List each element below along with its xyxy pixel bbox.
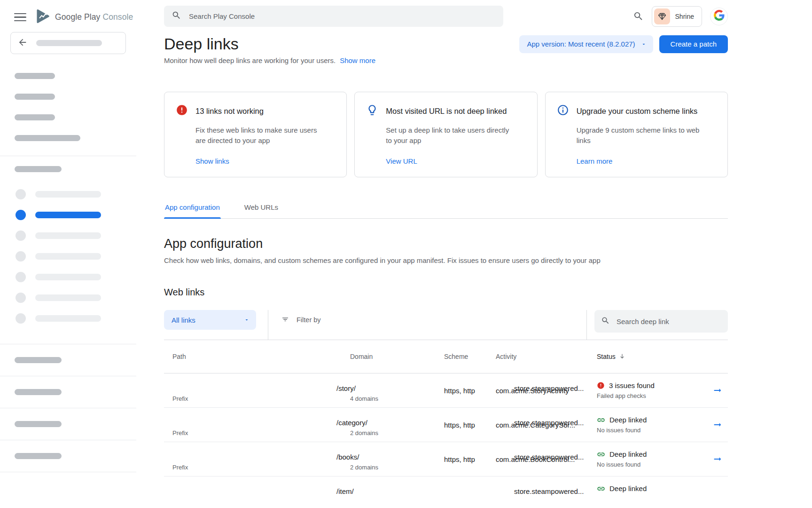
divider	[0, 472, 136, 472]
skeleton-bar	[15, 114, 55, 120]
app-version-dropdown[interactable]: App version: Most recent (8.2.027)	[519, 35, 653, 53]
row-arrow-icon[interactable]	[712, 454, 723, 464]
scheme-value: https, http	[444, 421, 496, 429]
activity-value: com.acme.StoryActivity	[496, 387, 597, 395]
sidebar-section-collapsed[interactable]	[0, 376, 136, 408]
skeleton-bar	[35, 232, 101, 239]
web-links-table: Path Domain Scheme Activity Status /stor…	[164, 340, 728, 508]
page-title: Deep links	[164, 35, 239, 53]
show-more-link[interactable]: Show more	[340, 56, 375, 64]
sidebar-nav	[0, 184, 136, 329]
sidebar-item[interactable]	[0, 267, 136, 287]
console-search[interactable]	[164, 6, 503, 27]
column-header-activity: Activity	[496, 353, 597, 360]
skeleton-bar	[36, 40, 102, 46]
deep-linked-icon	[597, 484, 605, 493]
sidebar-section-collapsed[interactable]	[0, 440, 136, 472]
table-header: Path Domain Scheme Activity Status	[164, 340, 728, 373]
status-label: 3 issues found	[609, 381, 655, 391]
page-subtitle: Monitor how well deep links are working …	[164, 56, 336, 64]
section-title: App configuration	[164, 237, 728, 251]
table-row[interactable]: /story/Prefix store.steampowered...4 dom…	[164, 373, 728, 408]
section-description: Check how web links, domains, and custom…	[164, 256, 728, 264]
item-icon-placeholder	[16, 251, 26, 262]
item-icon-placeholder	[16, 210, 26, 220]
skeleton-bar	[35, 294, 101, 301]
card-body: Upgrade 9 custom scheme links to web lin…	[557, 125, 716, 146]
links-filter-dropdown[interactable]: All links	[164, 310, 256, 330]
path-type: Prefix	[172, 394, 350, 404]
google-account-avatar[interactable]	[710, 8, 728, 25]
scheme-value: https, http	[444, 387, 496, 395]
domain-count: 2 domains	[350, 429, 444, 438]
create-patch-button[interactable]: Create a patch	[659, 35, 728, 53]
sidebar-item[interactable]	[0, 184, 136, 205]
tab-web-urls[interactable]: Web URLs	[243, 203, 279, 218]
sidebar-item[interactable]	[0, 225, 136, 246]
path-type	[172, 497, 350, 507]
divider	[586, 310, 587, 340]
app-gem-icon	[654, 8, 670, 24]
show-links-link[interactable]: Show links	[195, 157, 229, 165]
status-label: Deep linked	[609, 415, 647, 425]
activity-value: com.acme.CategorySor...	[496, 421, 597, 429]
table-row[interactable]: /item/ store.steampowered... Deep linked	[164, 476, 728, 508]
app-selector-chip[interactable]: Shrine	[652, 6, 702, 27]
global-search-icon[interactable]	[633, 11, 644, 22]
main-content: Shrine Deep links App version: Most rece…	[164, 0, 728, 508]
sidebar-item[interactable]	[0, 308, 136, 329]
sidebar-item[interactable]	[0, 287, 136, 308]
card-title: Most visited URL is not deep linked	[386, 107, 507, 116]
back-navigation[interactable]	[10, 32, 126, 54]
domain-count: 4 domains	[350, 394, 444, 404]
table-row[interactable]: /books/Prefix store.steampowered...2 dom…	[164, 442, 728, 476]
skeleton-section-label	[15, 166, 62, 172]
chevron-down-icon	[641, 41, 647, 47]
view-url-link[interactable]: View URL	[386, 157, 417, 165]
back-arrow-icon	[17, 37, 28, 49]
domain-count: 2 domains	[350, 463, 444, 472]
tab-app-configuration[interactable]: App configuration	[164, 203, 221, 218]
row-arrow-icon[interactable]	[712, 420, 723, 430]
filter-by-button[interactable]: Filter by	[281, 310, 321, 330]
column-header-domain: Domain	[350, 353, 444, 360]
filter-icon	[281, 315, 289, 325]
card-most-visited-url: Most visited URL is not deep linked Set …	[354, 92, 537, 177]
search-input[interactable]	[189, 12, 496, 20]
item-icon-placeholder	[16, 293, 26, 303]
skeleton-bar	[35, 315, 101, 322]
skeleton-bar	[15, 453, 62, 459]
row-arrow-icon[interactable]	[712, 385, 723, 396]
divider	[0, 156, 136, 156]
path-type: Prefix	[172, 429, 350, 438]
skeleton-bar	[35, 212, 101, 218]
sidebar-item[interactable]	[0, 246, 136, 267]
scheme-value: https, http	[444, 455, 496, 463]
info-icon	[557, 104, 569, 118]
deep-link-search[interactable]	[594, 310, 728, 333]
learn-more-link[interactable]: Learn more	[577, 157, 613, 165]
table-row[interactable]: /category/Prefix store.steampowered...2 …	[164, 408, 728, 442]
item-icon-placeholder	[16, 230, 26, 241]
card-links-not-working: 13 links not working Fix these web links…	[164, 92, 347, 177]
skeleton-bar	[15, 73, 55, 79]
filter-bar: All links Filter by	[164, 310, 728, 340]
insight-cards: 13 links not working Fix these web links…	[164, 92, 728, 177]
card-title: Upgrade your custom scheme links	[577, 107, 698, 116]
error-icon	[176, 104, 188, 118]
column-header-path: Path	[164, 353, 350, 360]
sort-descending-icon	[618, 353, 626, 360]
skeleton-bar	[35, 274, 101, 280]
sidebar-section-collapsed[interactable]	[0, 408, 136, 440]
deep-link-search-input[interactable]	[617, 318, 721, 325]
app-name: Shrine	[675, 13, 694, 20]
card-title: 13 links not working	[195, 107, 264, 116]
search-icon	[601, 316, 610, 327]
sidebar-item-active[interactable]	[0, 205, 136, 225]
column-header-status[interactable]: Status	[597, 353, 707, 360]
play-logo-icon	[34, 8, 51, 27]
path-type: Prefix	[172, 463, 350, 472]
column-header-scheme: Scheme	[444, 353, 496, 360]
sidebar-section-collapsed[interactable]	[0, 344, 136, 376]
menu-icon[interactable]	[14, 13, 26, 22]
